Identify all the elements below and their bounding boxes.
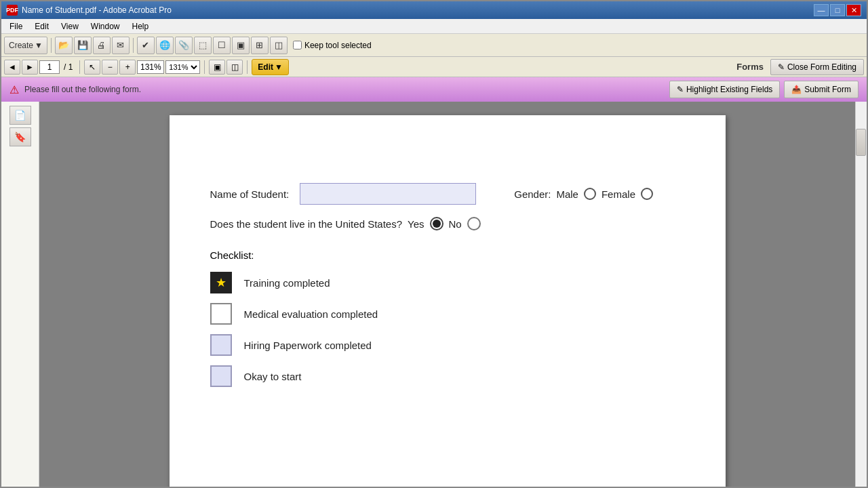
left-sidebar: 📄 🔖 [1,102,39,488]
sidebar-icon-2[interactable]: 🔖 [9,127,31,146]
zoom-out-button[interactable]: − [102,60,118,75]
toolbar-sep-1 [51,38,52,53]
right-scrollbar[interactable] [855,102,867,488]
nav-toolbar: ◄ ► 1 / 1 ↖ − + 131% 100% 75% 50% ▣ ◫ Ed… [1,57,867,77]
print-button[interactable]: 🖨 [93,37,111,54]
no-radio[interactable] [467,217,481,230]
scrollbar-thumb[interactable] [856,129,866,156]
form-field-4[interactable]: ⊞ [251,37,269,54]
email-button[interactable]: ✉ [112,37,130,54]
title-controls[interactable]: — □ ✕ [814,4,861,16]
pdf-page: Name of Student: Gender: Male Female [170,115,726,488]
checklist-item-medical: Medical evaluation completed [210,303,685,325]
maximize-button[interactable]: □ [830,4,845,16]
notification-bar: ⚠ Please fill out the following form. ✎ … [1,77,867,102]
medical-checkbox[interactable] [210,303,232,325]
male-radio[interactable] [584,188,596,200]
keep-tool-checkbox-group: Keep tool selected [293,41,372,50]
menu-file[interactable]: File [4,20,28,33]
close-form-label: Close Form Editing [787,62,856,72]
menu-edit[interactable]: Edit [29,20,54,33]
close-form-editing-button[interactable]: ✎ Close Form Editing [770,59,864,75]
edit-button[interactable]: Edit ▼ [252,59,289,75]
window-title: Name of Student.pdf - Adobe Acrobat Pro [22,5,172,15]
nav-prev-button[interactable]: ◄ [4,60,20,75]
pdf-canvas: Name of Student: Gender: Male Female [39,102,855,488]
zoom-dropdown[interactable]: 131% 100% 75% 50% [165,60,200,74]
notif-left: ⚠ Please fill out the following form. [9,83,141,96]
yes-label: Yes [408,218,424,230]
nav-next-button[interactable]: ► [22,60,38,75]
close-form-icon: ✎ [778,62,785,72]
keep-tool-checkbox[interactable] [293,41,302,49]
okay-label: Okay to start [244,371,302,382]
us-question: Does the student live in the United Stat… [210,218,403,230]
yes-radio[interactable] [430,217,443,230]
menu-window[interactable]: Window [85,20,125,33]
create-dropdown-icon: ▼ [35,41,43,50]
nav-sep-2 [204,60,205,74]
edit-dropdown-icon: ▼ [275,62,283,72]
fit-page-button[interactable]: ▣ [209,60,225,75]
notif-icon: ⚠ [9,83,19,96]
highlight-label: Highlight Existing Fields [686,85,772,94]
main-toolbar: Create ▼ 📂 💾 🖨 ✉ ✔ 🌐 📎 ⬚ ☐ ▣ ⊞ ◫ Keep to… [1,34,867,57]
male-label: Male [556,188,578,200]
menu-view[interactable]: View [56,20,84,33]
sidebar-icon-1[interactable]: 📄 [9,106,31,125]
pointer-tool[interactable]: ↖ [84,60,100,75]
form-field-5[interactable]: ◫ [270,37,288,54]
main-window: PDF Name of Student.pdf - Adobe Acrobat … [0,0,868,488]
highlight-fields-button[interactable]: ✎ Highlight Existing Fields [669,81,780,98]
medical-label: Medical evaluation completed [244,308,378,320]
menu-help[interactable]: Help [127,20,155,33]
checklist-item-training: ★ Training completed [210,272,685,293]
gender-group: Gender: Male Female [514,188,653,200]
submit-icon: 📤 [791,85,802,94]
app-icon: PDF [7,5,18,16]
checklist-item-okay: Okay to start [210,365,685,387]
okay-checkbox[interactable] [210,365,232,387]
title-bar-left: PDF Name of Student.pdf - Adobe Acrobat … [7,5,172,16]
fit-width-button[interactable]: ◫ [226,60,243,75]
hiring-checkbox[interactable] [210,334,232,356]
checklist-title: Checklist: [210,249,685,261]
content-area: 📄 🔖 Name of Student: Gender: Male Female [1,102,867,488]
attach-button[interactable]: 📎 [175,37,193,54]
highlight-icon: ✎ [677,85,684,94]
form-field-1[interactable]: ⬚ [194,37,212,54]
female-label: Female [601,188,635,200]
name-row: Name of Student: Gender: Male Female [210,183,685,205]
star-icon: ★ [216,275,226,290]
web-button[interactable]: 🌐 [156,37,174,54]
name-label: Name of Student: [210,188,290,200]
close-button[interactable]: ✕ [846,4,861,16]
forms-label: Forms [736,62,769,72]
checklist-item-hiring: Hiring Paperwork completed [210,334,685,356]
save-button[interactable]: 💾 [74,37,92,54]
form-field-3[interactable]: ▣ [232,37,250,54]
form-field-2[interactable]: ☐ [213,37,231,54]
minimize-button[interactable]: — [814,4,829,16]
title-bar: PDF Name of Student.pdf - Adobe Acrobat … [1,1,867,19]
page-total-label: / 1 [64,62,73,72]
page-number-input[interactable]: 1 [39,60,60,74]
zoom-input[interactable] [137,60,164,74]
nav-sep-3 [247,60,248,74]
submit-form-button[interactable]: 📤 Submit Form [784,81,859,98]
female-radio[interactable] [641,188,653,200]
edit-label: Edit [258,62,273,72]
training-label: Training completed [244,277,330,289]
gender-label: Gender: [514,188,551,200]
menu-bar: File Edit View Window Help [1,19,867,34]
training-checkbox[interactable]: ★ [210,272,232,293]
notif-right: ✎ Highlight Existing Fields 📤 Submit For… [669,81,859,98]
open-button[interactable]: 📂 [55,37,73,54]
name-input[interactable] [300,183,476,205]
submit-label: Submit Form [804,85,851,94]
zoom-in-button[interactable]: + [119,60,136,75]
create-button[interactable]: Create ▼ [4,37,47,54]
keep-tool-label: Keep tool selected [304,41,372,50]
checklist-section: Checklist: ★ Training completed Medical … [210,249,685,387]
select-tool[interactable]: ✔ [137,37,155,54]
